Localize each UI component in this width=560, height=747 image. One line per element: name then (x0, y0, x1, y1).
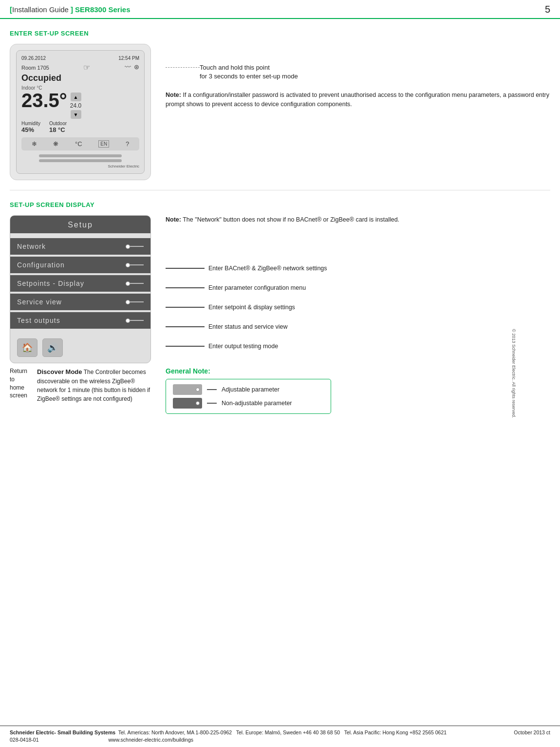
annot-serviceview: Enter status and service view (166, 317, 550, 336)
menu-setpoints-dot (126, 281, 130, 286)
setup-annotations: Note: The "Network" button does not show… (166, 215, 550, 363)
outdoor-val: 18 °C (49, 126, 65, 133)
setup-menu-title: Setup (10, 216, 150, 233)
thermo-icons-row: 〰 ⊛ (125, 63, 139, 71)
footer-tel-americas: Tel. Americas: North Andover, MA 1-800-2… (118, 729, 232, 735)
humidity-label: Humidity (21, 121, 40, 126)
page-number: 5 (545, 4, 550, 15)
general-note-title: General Note: (166, 367, 210, 375)
setpoint-down-button[interactable]: ▼ (71, 110, 81, 119)
footer-left: Schneider Electric- Small Building Syste… (10, 729, 447, 745)
annot-testoutputs-line (166, 346, 205, 347)
annot-testoutputs: Enter output testing mode (166, 336, 550, 356)
section-divider (10, 190, 550, 190)
menu-config-dot-line (126, 263, 144, 267)
snowflake-icon[interactable]: ❄ (32, 140, 37, 148)
setup-note-top: Note: The "Network" button does not show… (166, 215, 550, 224)
menu-testoutputs-dot (126, 318, 130, 323)
annot-setpoints: Enter setpoint & display settings (166, 298, 550, 317)
heat-icon: 〰 (125, 63, 131, 71)
home-button[interactable]: 🏠 (17, 338, 37, 357)
non-adjustable-hline (207, 403, 217, 404)
setup-note-label: Note: (166, 216, 181, 223)
adjustable-hline (207, 389, 217, 390)
footer-website: www.schneider-electric.com/buildings (109, 737, 194, 743)
annot-testoutputs-text: Enter output testing mode (208, 343, 278, 350)
thermostat-screen: 09.26.2012 12:54 PM Room 1705 ☞ 〰 ⊛ Occu… (16, 50, 145, 174)
thermostat-device: 09.26.2012 12:54 PM Room 1705 ☞ 〰 ⊛ Occu… (10, 44, 151, 180)
setup-bottom-icons: 🏠 🔊 (10, 333, 150, 357)
menu-config-line (130, 264, 144, 265)
menu-item-serviceview[interactable]: Service view (10, 294, 150, 310)
return-home-label: Return to home screen (10, 367, 27, 403)
note-block: Note: If a configuration/installer passw… (166, 91, 550, 109)
menu-testoutputs-dot-line (126, 318, 144, 323)
footer-company: Schneider Electric- Small Building Syste… (10, 729, 115, 735)
thermo-slider (39, 154, 121, 157)
fan-bottom-icon[interactable]: ❋ (53, 140, 58, 148)
outdoor-label: Outdoor (49, 121, 67, 126)
annot-serviceview-text: Enter status and service view (208, 323, 288, 330)
adjustable-param-row: Adjustable parameter (173, 384, 324, 395)
setup-display-section: Setup Network Configuration Setpoints - … (0, 215, 560, 363)
header-series-title: SER8300 Series (75, 5, 130, 14)
annot-serviceview-line (166, 326, 205, 327)
adjustable-param-swatch (173, 384, 202, 395)
thermo-logo: Schneider Electric (21, 164, 139, 168)
annot-configuration: Enter parameter configuration menu (166, 278, 550, 298)
footer-right: October 2013 ct (514, 729, 550, 737)
general-note-area: General Note: Adjustable parameter Non-a… (166, 367, 550, 414)
section1-heading: ENTER SET-UP SCREEN (10, 30, 560, 37)
humidity-val: 45% (21, 126, 34, 133)
setpoint-up-button[interactable]: ▲ (71, 93, 81, 101)
annot-network: Enter BACnet® & ZigBee® network settings (166, 259, 550, 278)
menu-network-dot (126, 244, 130, 249)
thermo-setpoint-val: 24.0 (70, 102, 81, 109)
note-text: If a configuration/installer password is… (166, 92, 549, 108)
menu-serviceview-dot (126, 300, 130, 304)
footer-tel-europe: Tel. Europe: Malmö, Sweden +46 40 38 68 … (236, 729, 340, 735)
menu-setpoints-line (130, 283, 144, 284)
menu-item-configuration[interactable]: Configuration (10, 257, 150, 273)
thermo-time: 12:54 PM (118, 56, 139, 61)
thermo-slider-row (21, 154, 139, 162)
non-adjustable-param-row: Non-adjustable parameter (173, 398, 324, 409)
non-adjustable-param-label: Non-adjustable parameter (222, 400, 292, 407)
general-note-box: Adjustable parameter Non-adjustable para… (166, 379, 331, 414)
thermo-room-row: Room 1705 ☞ 〰 ⊛ (21, 63, 139, 72)
thermo-humidity: Humidity 45% (21, 121, 40, 133)
annotation-area: Touch and hold this point for 3 seconds … (166, 44, 550, 180)
setup-note-text: The "Network" button does not show if no… (183, 216, 399, 223)
menu-config-dot (126, 263, 130, 267)
fan-icon: ⊛ (134, 63, 139, 71)
menu-item-setpoints[interactable]: Setpoints - Display (10, 275, 150, 292)
adjustable-param-line (207, 389, 217, 390)
menu-testoutputs-label: Test outputs (17, 317, 60, 324)
adjustable-param-dot (196, 388, 200, 392)
thermo-setpoint-col: ▲ 24.0 ▼ (70, 93, 81, 119)
non-adjustable-param-swatch (173, 398, 202, 409)
thermo-slider2 (39, 159, 121, 162)
annot-config-line (166, 287, 205, 288)
thermo-occupied: Occupied (21, 73, 139, 83)
menu-item-network[interactable]: Network (10, 238, 150, 255)
footer-date: October 2013 ct (514, 729, 550, 735)
header-title-area: [ Installation Guide ] SER8300 Series (10, 5, 131, 14)
touch-annotation-text: Touch and hold this point for 3 seconds … (200, 63, 298, 81)
menu-serviceview-line (130, 301, 144, 302)
annot-network-line (166, 268, 205, 269)
menu-item-testoutputs[interactable]: Test outputs (10, 312, 150, 329)
menu-configuration-label: Configuration (17, 261, 65, 269)
discover-mode-label: Discover Mode The Controller becomes dis… (37, 367, 151, 403)
thermo-bottom-icons: ❄ ❋ °C EN ? (21, 137, 139, 150)
page-header: [ Installation Guide ] SER8300 Series 5 (0, 0, 560, 19)
discover-mode-button[interactable]: 🔊 (42, 338, 63, 357)
thermo-date: 09.26.2012 (21, 56, 46, 61)
celsius-icon[interactable]: °C (75, 140, 82, 148)
dashed-line (166, 67, 200, 68)
cursor-icon: ☞ (83, 63, 90, 72)
help-icon[interactable]: ? (126, 140, 129, 148)
menu-setpoints-dot-line (126, 281, 144, 286)
en-icon[interactable]: EN (98, 140, 109, 148)
menu-network-line (130, 246, 144, 247)
